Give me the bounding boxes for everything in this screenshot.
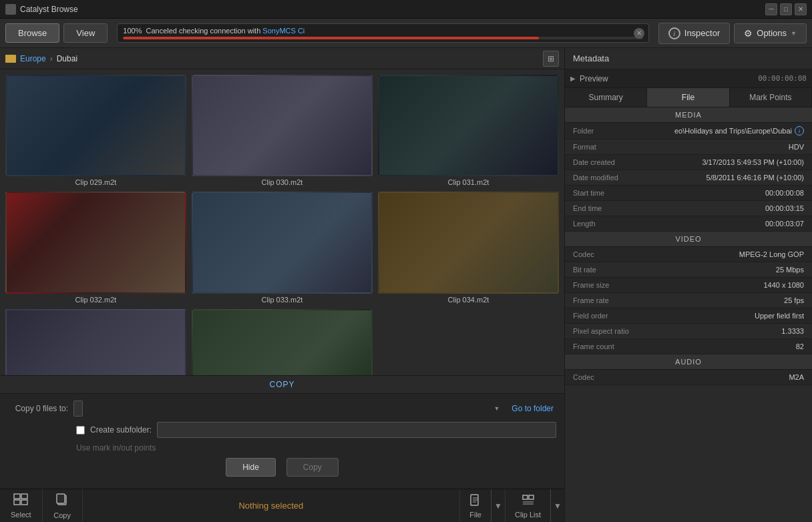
clip-item-030[interactable]: Clip 030.m2t bbox=[192, 75, 373, 186]
notification-bar: 100% Canceled checking connection with S… bbox=[117, 23, 648, 43]
breadcrumb-parent[interactable]: Europe bbox=[20, 54, 46, 63]
progress-pct: 100% bbox=[123, 27, 142, 35]
copy-bottom-button[interactable]: Copy bbox=[43, 489, 83, 522]
meta-val: 00:00:00:08 bbox=[765, 189, 804, 197]
notification-link[interactable]: SonyMCS Ci bbox=[262, 27, 304, 35]
meta-row: FormatHDV bbox=[565, 140, 812, 155]
meta-key: Length bbox=[573, 220, 765, 228]
meta-val: eo\Holidays and Trips\Europe\Dubai i bbox=[674, 126, 804, 136]
breadcrumb-separator: › bbox=[50, 54, 53, 63]
mark-inout-label: Use mark in/out points bbox=[8, 443, 556, 453]
copy-header: COPY bbox=[0, 376, 564, 394]
copy-icon bbox=[55, 493, 69, 509]
clip-item-031[interactable]: Clip 031.m2t bbox=[378, 75, 559, 186]
meta-key: Start time bbox=[573, 189, 765, 197]
meta-row: CodecMPEG-2 Long GOP bbox=[565, 247, 812, 262]
clip-item-036[interactable]: Clip 036.m2t bbox=[192, 309, 373, 375]
clip-item-029[interactable]: Clip 029.m2t bbox=[5, 75, 186, 186]
inspector-button[interactable]: i Inspector bbox=[658, 23, 730, 44]
select-button[interactable]: Select bbox=[0, 489, 43, 522]
clip-item-033[interactable]: Clip 033.m2t bbox=[192, 192, 373, 303]
meta-key: Field order bbox=[573, 312, 755, 320]
create-subfolder-checkbox[interactable] bbox=[76, 426, 85, 435]
svg-rect-11 bbox=[529, 495, 534, 499]
create-subfolder-label: Create subfolder: bbox=[90, 425, 152, 435]
clip-item-032[interactable]: Clip 032.m2t bbox=[5, 192, 186, 303]
meta-val: MPEG-2 Long GOP bbox=[739, 250, 804, 258]
copy-destination-select[interactable] bbox=[73, 401, 83, 417]
meta-key: Bit rate bbox=[573, 266, 776, 274]
window-controls[interactable]: ─ □ ✕ bbox=[765, 3, 807, 15]
hide-button[interactable]: Hide bbox=[226, 458, 276, 477]
clip-item-035[interactable]: Clip 035.m2t bbox=[5, 309, 186, 375]
file-dropdown-arrow[interactable]: ▼ bbox=[491, 489, 505, 522]
right-panel: Metadata ▶ Preview 00:00:00:08 SummaryFi… bbox=[565, 48, 812, 522]
meta-row: Length00:00:03:07 bbox=[565, 216, 812, 232]
create-subfolder-row: Create subfolder: bbox=[8, 422, 556, 438]
meta-row: Field orderUpper field first bbox=[565, 308, 812, 324]
clip-item-034[interactable]: Clip 034.m2t bbox=[378, 192, 559, 303]
meta-key: Folder bbox=[573, 127, 674, 135]
clip-grid-area: Clip 029.m2tClip 030.m2tClip 031.m2tClip… bbox=[0, 69, 564, 375]
titlebar: Catalyst Browse ─ □ ✕ bbox=[0, 0, 812, 19]
svg-rect-0 bbox=[14, 494, 20, 499]
meta-section-video: VIDEO bbox=[565, 232, 812, 247]
info-icon[interactable]: i bbox=[795, 126, 804, 136]
svg-rect-5 bbox=[57, 494, 65, 503]
inspector-icon: i bbox=[668, 27, 680, 39]
file-clip-group: File ▼ Clip List ▼ bbox=[459, 489, 564, 522]
svg-rect-10 bbox=[523, 495, 528, 499]
file-button[interactable]: File bbox=[459, 489, 491, 522]
meta-val: 1440 x 1080 bbox=[763, 281, 804, 289]
subfolder-input[interactable] bbox=[157, 422, 556, 438]
main-area: Europe › Dubai ⊞ Clip 029.m2tClip 030.m2… bbox=[0, 48, 812, 522]
clip-thumb-031 bbox=[378, 75, 559, 176]
file-icon bbox=[469, 493, 481, 509]
folder-icon bbox=[5, 55, 16, 63]
maximize-button[interactable]: □ bbox=[780, 3, 792, 15]
clip-thumb-036 bbox=[192, 309, 373, 375]
meta-row: Date modified5/8/2011 6:46:16 PM (+10:00… bbox=[565, 170, 812, 186]
metadata-tabs: SummaryFileMark Points bbox=[565, 88, 812, 107]
tab-summary[interactable]: Summary bbox=[565, 88, 647, 107]
browse-button[interactable]: Browse bbox=[5, 23, 59, 43]
preview-bar: ▶ Preview 00:00:00:08 bbox=[565, 69, 812, 88]
meta-val: HDV bbox=[789, 143, 804, 151]
preview-arrow-icon: ▶ bbox=[570, 75, 576, 82]
preview-time: 00:00:00:08 bbox=[758, 74, 807, 83]
close-button[interactable]: ✕ bbox=[795, 3, 807, 15]
notification-close-button[interactable]: ✕ bbox=[634, 28, 644, 39]
options-button[interactable]: ⚙ Options ▼ bbox=[734, 23, 807, 43]
meta-key: Codec bbox=[573, 373, 789, 381]
clip-list-button[interactable]: Clip List bbox=[505, 489, 550, 522]
tab-file[interactable]: File bbox=[647, 88, 729, 107]
svg-rect-2 bbox=[14, 500, 20, 505]
copy-destination-row: Copy 0 files to: ▼ Go to folder bbox=[8, 401, 556, 417]
clip-label-029: Clip 029.m2t bbox=[75, 178, 117, 186]
minimize-button[interactable]: ─ bbox=[765, 3, 777, 15]
clip-list-icon bbox=[522, 493, 534, 509]
notification-text: 100% Canceled checking connection with S… bbox=[123, 27, 642, 35]
meta-key: Pixel aspect ratio bbox=[573, 327, 781, 335]
meta-row: CodecM2A bbox=[565, 370, 812, 385]
clip-grid: Clip 029.m2tClip 030.m2tClip 031.m2tClip… bbox=[5, 75, 559, 375]
preview-label: Preview bbox=[580, 74, 608, 83]
copy-panel: COPY Copy 0 files to: ▼ Go to folder Cre… bbox=[0, 375, 564, 489]
grid-view-toggle[interactable]: ⊞ bbox=[543, 51, 559, 67]
metadata-header: Metadata bbox=[565, 48, 812, 69]
gear-icon: ⚙ bbox=[744, 28, 753, 39]
go-to-folder-button[interactable]: Go to folder bbox=[509, 403, 556, 415]
select-icon bbox=[13, 493, 28, 509]
view-button[interactable]: View bbox=[63, 23, 108, 43]
inspector-label: Inspector bbox=[684, 28, 720, 38]
meta-row: Bit rate25 Mbps bbox=[565, 262, 812, 278]
clip-list-label: Clip List bbox=[515, 511, 541, 519]
clip-label-032: Clip 032.m2t bbox=[75, 296, 117, 304]
progress-bar-fill bbox=[123, 37, 539, 39]
copy-form: Copy 0 files to: ▼ Go to folder Create s… bbox=[0, 394, 564, 489]
clip-list-dropdown-arrow[interactable]: ▼ bbox=[550, 489, 564, 522]
copy-action-button[interactable]: Copy bbox=[286, 458, 339, 477]
tab-mark-points[interactable]: Mark Points bbox=[730, 88, 812, 107]
metadata-title: Metadata bbox=[573, 53, 609, 63]
meta-val: 82 bbox=[796, 342, 804, 350]
